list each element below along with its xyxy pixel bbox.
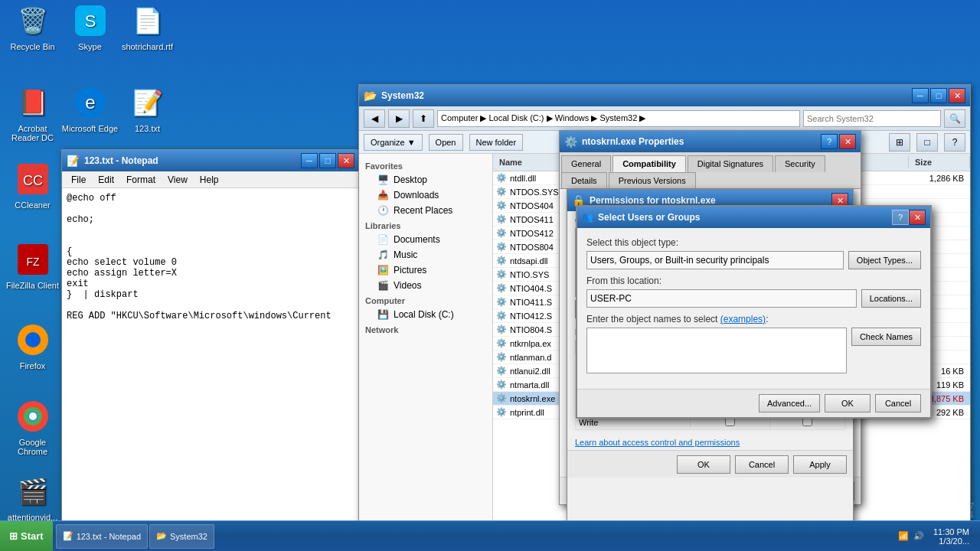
tab-details[interactable]: Details xyxy=(561,172,607,188)
select-users-close-btn[interactable]: ✕ xyxy=(909,210,926,225)
taskbar-task-notepad[interactable]: 📝 123.txt - Notepad xyxy=(56,524,148,549)
desktop-icon-skype[interactable]: S Skype xyxy=(61,2,119,51)
forward-btn[interactable]: ▶ xyxy=(388,109,410,128)
nav-music[interactable]: 🎵Music xyxy=(359,247,492,262)
notepad-menu-view[interactable]: View xyxy=(162,173,194,187)
properties-titlebar[interactable]: ⚙️ ntoskrnl.exe Properties ? ✕ xyxy=(560,131,861,152)
permissions-apply-btn[interactable]: Apply xyxy=(793,455,847,474)
desktop-icon-acrobat[interactable]: 📕 Acrobat Reader DC xyxy=(4,84,61,142)
preview-btn[interactable]: □ xyxy=(916,133,938,152)
nav-pictures[interactable]: 🖼️Pictures xyxy=(359,262,492,278)
notepad-minimize-btn[interactable]: ─ xyxy=(301,153,318,168)
explorer-close-btn[interactable]: ✕ xyxy=(949,88,965,103)
desktop-icon-123txt[interactable]: 📝 123.txt xyxy=(119,84,176,133)
notepad-maximize-btn[interactable]: □ xyxy=(319,153,336,168)
nav-localdisk[interactable]: 💾Local Disk (C:) xyxy=(359,307,492,322)
start-button[interactable]: ⊞ Start xyxy=(0,521,53,552)
select-users-ok-btn[interactable]: OK xyxy=(825,394,871,412)
check-names-btn[interactable]: Check Names xyxy=(851,328,921,346)
help-btn[interactable]: ? xyxy=(944,133,965,152)
select-users-advanced-btn[interactable]: Advanced... xyxy=(759,394,820,412)
permissions-ok-btn[interactable]: OK xyxy=(677,455,730,474)
from-location-input[interactable] xyxy=(586,289,857,308)
from-location-label: From this location: xyxy=(586,276,921,286)
file-icon: ⚙️ xyxy=(496,352,507,362)
object-type-label: Select this object type: xyxy=(586,237,921,248)
taskbar-tasks: 📝 123.txt - Notepad 📂 System32 xyxy=(53,524,892,549)
back-btn[interactable]: ◀ xyxy=(364,109,385,128)
tab-digital-signatures[interactable]: Digital Signatures xyxy=(688,155,773,172)
clock-time: 11:30 PM xyxy=(933,527,969,536)
explorer-nav-panel: Favorites 🖥️Desktop 📥Downloads 🕐Recent P… xyxy=(359,154,493,527)
desktop-icon-shotrichard[interactable]: 📄 shotrichard.rtf xyxy=(119,2,176,51)
explorer-titlebar[interactable]: 📂 System32 ─ □ ✕ xyxy=(359,85,970,106)
desktop-icon-filezilla[interactable]: FZ FileZilla Client xyxy=(4,241,61,290)
notepad-task-icon: 📝 xyxy=(63,531,74,541)
file-icon: ⚙️ xyxy=(496,380,507,390)
examples-link[interactable]: (examples) xyxy=(720,314,766,324)
acrobat-icon: 📕 xyxy=(15,84,51,121)
object-types-btn[interactable]: Object Types... xyxy=(848,251,921,269)
videos-nav-icon: 🎬 xyxy=(377,280,389,291)
up-btn[interactable]: ⬆ xyxy=(413,109,434,128)
size-column-header: Size xyxy=(909,156,970,168)
object-names-textarea[interactable] xyxy=(586,328,847,373)
address-text: Computer ▶ Local Disk (C:) ▶ Windows ▶ S… xyxy=(441,113,645,123)
file-icon: ⚙️ xyxy=(496,201,507,210)
properties-help-btn[interactable]: ? xyxy=(821,134,838,149)
notepad-menu-format[interactable]: Format xyxy=(120,173,162,187)
desktop-icon-msedge[interactable]: e Microsoft Edge xyxy=(61,84,119,133)
permissions-learn-link[interactable]: Learn about access control and permissio… xyxy=(567,435,853,450)
permissions-cancel-btn[interactable]: Cancel xyxy=(735,455,789,474)
taskbar-task-explorer[interactable]: 📂 System32 xyxy=(149,524,214,549)
organize-btn[interactable]: Organize ▼ xyxy=(364,134,423,151)
explorer-minimize-btn[interactable]: ─ xyxy=(912,88,929,103)
desktop-icon-ccleaner[interactable]: CC CCleaner xyxy=(4,161,61,210)
select-users-titlebar[interactable]: 👥 Select Users or Groups ? ✕ xyxy=(577,207,930,228)
new-folder-btn[interactable]: New folder xyxy=(469,134,524,151)
address-bar[interactable]: Computer ▶ Local Disk (C:) ▶ Windows ▶ S… xyxy=(437,110,800,127)
filezilla-icon: FZ xyxy=(15,241,51,278)
recycle-bin-icon: 🗑️ xyxy=(15,2,51,39)
notepad-menu-help[interactable]: Help xyxy=(194,173,225,187)
notepad-title: 123.txt - Notepad xyxy=(84,155,296,166)
notepad-titlebar[interactable]: 📝 123.txt - Notepad ─ □ ✕ xyxy=(62,150,359,171)
search-btn[interactable]: 🔍 xyxy=(944,109,965,128)
taskbar-clock[interactable]: 11:30 PM 1/3/20... xyxy=(929,527,974,546)
favorites-header: Favorites xyxy=(359,158,492,172)
tab-previous-versions[interactable]: Previous Versions xyxy=(609,172,696,188)
properties-close-btn[interactable]: ✕ xyxy=(839,134,856,149)
nav-videos[interactable]: 🎬Videos xyxy=(359,278,492,293)
select-users-dialog: 👥 Select Users or Groups ? ✕ Select this… xyxy=(576,205,932,419)
object-type-input[interactable] xyxy=(586,251,844,269)
desktop: 🗑️ Recycle Bin S Skype 📄 shotrichard.rtf… xyxy=(0,0,980,551)
nav-downloads[interactable]: 📥Downloads xyxy=(359,187,492,203)
desktop-icon-recycle-bin[interactable]: 🗑️ Recycle Bin xyxy=(4,2,61,51)
select-users-help-btn[interactable]: ? xyxy=(892,210,909,225)
desktop-icon-attentionvid[interactable]: 🎬 attentionvid... xyxy=(4,473,61,522)
notepad-menu-edit[interactable]: Edit xyxy=(92,173,120,187)
notepad-menu-file[interactable]: File xyxy=(65,173,92,187)
nav-recent[interactable]: 🕐Recent Places xyxy=(359,203,492,218)
select-users-cancel-btn[interactable]: Cancel xyxy=(875,394,921,412)
nav-documents[interactable]: 📄Documents xyxy=(359,232,492,247)
notepad-content[interactable]: @echo off echo; { echo select volume 0 e… xyxy=(62,188,359,527)
desktop-icon-firefox[interactable]: Firefox xyxy=(4,321,61,370)
search-input[interactable] xyxy=(803,110,941,127)
tab-security[interactable]: Security xyxy=(775,155,825,172)
properties-title-icon: ⚙️ xyxy=(564,135,577,148)
notepad-close-btn[interactable]: ✕ xyxy=(338,153,354,168)
open-btn[interactable]: Open xyxy=(429,134,463,151)
desktop-icon-chrome[interactable]: Google Chrome xyxy=(4,398,61,456)
select-users-body: Select this object type: Object Types...… xyxy=(577,228,930,389)
tab-compatibility[interactable]: Compatibility xyxy=(612,155,686,172)
enter-names-label: Enter the object names to select (exampl… xyxy=(586,314,921,324)
notepad-title-icon: 📝 xyxy=(67,155,80,167)
locations-btn[interactable]: Locations... xyxy=(861,289,921,308)
explorer-maximize-btn[interactable]: □ xyxy=(930,88,947,103)
svg-point-9 xyxy=(25,332,41,347)
tab-general[interactable]: General xyxy=(561,155,611,172)
view-btn[interactable]: ⊞ xyxy=(889,133,910,152)
explorer-title: System32 xyxy=(381,90,907,101)
nav-desktop[interactable]: 🖥️Desktop xyxy=(359,172,492,187)
